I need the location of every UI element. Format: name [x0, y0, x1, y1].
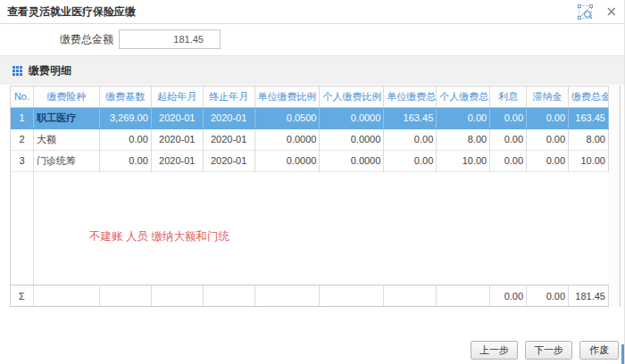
column-header-cell: 滞纳金 [527, 87, 569, 107]
table-cell: 8.00 [569, 129, 609, 150]
table-cell: 2020-01 [152, 151, 204, 171]
payment-detail-table: No.缴费险种缴费基数起始年月终止年月单位缴费比例个人缴费比例单位缴费总额个人缴… [10, 86, 609, 307]
table-cell: 0.00 [527, 108, 569, 128]
table-cell: 大额 [34, 129, 100, 150]
table-cell: 163.45 [569, 108, 609, 128]
column-header-cell: 单位缴费总额 [384, 87, 437, 107]
table-cell: 2020-01 [204, 151, 255, 171]
table-cell: 2020-01 [152, 108, 204, 128]
column-header-cell: 缴费总金额 [569, 87, 609, 107]
table-cell: 0.00 [384, 151, 437, 171]
column-header-cell: 终止年月 [204, 87, 255, 107]
resize-preview-icon[interactable] [577, 4, 593, 20]
table-sum-row: Σ0.000.00181.45 [11, 285, 609, 307]
table-header-row: No.缴费险种缴费基数起始年月终止年月单位缴费比例个人缴费比例单位缴费总额个人缴… [11, 87, 609, 108]
table-cell: 10.00 [569, 151, 609, 171]
table-cell: 10.00 [437, 151, 490, 171]
column-header-cell: 缴费险种 [34, 87, 100, 107]
column-header-cell: 利息 [490, 87, 527, 107]
table-cell: 0.00 [527, 151, 569, 171]
table-cell: 0.0000 [255, 151, 321, 171]
table-cell: 1 [11, 108, 34, 128]
table-cell: 0.00 [437, 108, 490, 128]
table-cell: 2 [11, 129, 34, 150]
next-step-button[interactable]: 下一步 [525, 341, 572, 360]
footer-buttons: 上一步下一步作废 [471, 341, 619, 360]
column-header-cell: No. [11, 87, 34, 107]
sum-cell: 181.45 [569, 285, 609, 306]
total-amount-input[interactable] [119, 29, 221, 49]
table-empty-area [11, 172, 609, 285]
sum-cell: 0.00 [527, 285, 569, 306]
total-amount-label: 缴费总金额 [60, 32, 113, 47]
sum-cell: 0.00 [490, 285, 527, 306]
column-header-cell: 个人缴费比例 [320, 87, 384, 107]
table-scrollbar-gutter[interactable] [609, 86, 621, 307]
red-annotation-text: 不建账 人员 缴纳大额和门统 [89, 229, 229, 244]
sum-cell [320, 285, 384, 306]
sum-cell: Σ [11, 285, 34, 306]
previous-step-button[interactable]: 上一步 [471, 341, 518, 360]
column-header-cell: 起始年月 [152, 87, 204, 107]
section-title: 缴费明细 [29, 63, 71, 79]
table-row[interactable]: 3门诊统筹0.002020-012020-010.00000.00000.001… [11, 151, 609, 172]
table-cell: 0.0000 [320, 151, 384, 171]
page-scrollbar[interactable] [621, 344, 624, 364]
sum-cell [100, 285, 152, 306]
sum-cell [204, 285, 255, 306]
column-header-cell: 单位缴费比例 [255, 87, 321, 107]
column-header-cell: 个人缴费总额 [437, 87, 490, 107]
sum-cell [152, 285, 204, 306]
table-cell: 0.00 [490, 151, 527, 171]
table-cell: 门诊统筹 [34, 151, 100, 171]
table-cell: 0.00 [527, 129, 569, 150]
dialog-header: 查看灵活就业医疗保险应缴 × [0, 0, 624, 24]
table-cell: 8.00 [437, 129, 490, 150]
table-cell: 163.45 [384, 108, 437, 128]
table-cell: 2020-01 [204, 108, 255, 128]
header-icons: × [577, 4, 617, 20]
sum-cell [437, 285, 490, 306]
table-cell: 0.0500 [255, 108, 321, 128]
table-row[interactable]: 1职工医疗3,269.002020-012020-010.05000.00001… [11, 108, 609, 129]
table-cell: 0.00 [490, 108, 527, 128]
table-cell: 0.0000 [255, 129, 321, 150]
void-button[interactable]: 作废 [579, 341, 619, 360]
sum-cell [384, 285, 437, 306]
table-cell: 0.0000 [320, 108, 384, 128]
table-row[interactable]: 2大额0.002020-012020-010.00000.00000.008.0… [11, 129, 609, 151]
table-cell: 0.00 [100, 129, 152, 150]
table-cell: 0.00 [384, 129, 437, 150]
table-cell: 职工医疗 [34, 108, 100, 128]
table-cell: 0.0000 [320, 129, 384, 150]
table-cell: 2020-01 [204, 129, 255, 150]
table-cell: 3 [11, 151, 34, 171]
payment-detail-section-bar: 缴费明细 [0, 55, 624, 85]
dialog-title: 查看灵活就业医疗保险应缴 [7, 4, 136, 20]
insurance-payable-dialog: 查看灵活就业医疗保险应缴 × 缴费总金额 缴费明细 No.缴费险 [0, 0, 625, 364]
column-header-cell: 缴费基数 [100, 87, 152, 107]
close-icon[interactable]: × [605, 5, 617, 19]
table-cell: 0.00 [100, 151, 152, 171]
table-cell: 2020-01 [152, 129, 204, 150]
table-cell: 0.00 [490, 129, 527, 150]
grid-icon [12, 66, 22, 76]
sum-cell [34, 285, 100, 306]
total-amount-row: 缴费总金额 [60, 29, 221, 49]
table-cell: 3,269.00 [100, 108, 152, 128]
sum-cell [255, 285, 321, 306]
